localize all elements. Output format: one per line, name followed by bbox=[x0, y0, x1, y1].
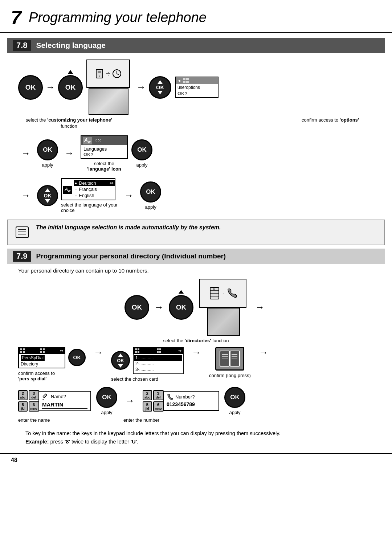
section-78-row1: OK → OK ÷ bbox=[18, 60, 374, 115]
step-ok2-group: OK bbox=[58, 75, 83, 100]
number-screen: Number? 0123456789 bbox=[163, 391, 219, 411]
section-79-title: Programming your personal directory (Ind… bbox=[36, 252, 226, 260]
svg-rect-36 bbox=[230, 351, 240, 366]
nav-ok-label: OK bbox=[156, 85, 164, 90]
name-label: Name? bbox=[51, 394, 66, 399]
svg-rect-44 bbox=[43, 394, 47, 398]
example-bold: Example: bbox=[25, 439, 49, 445]
phone-icon bbox=[94, 69, 105, 79]
pers-ok-button[interactable]: OK bbox=[68, 349, 86, 366]
key2-5jkl[interactable]: 5 jkl bbox=[143, 401, 152, 412]
svg-rect-28 bbox=[138, 348, 139, 350]
number-value: 0123456789 bbox=[167, 401, 216, 408]
step-ok1-group: OK bbox=[18, 75, 43, 100]
lang-caption-bold: 'language' icon bbox=[87, 166, 121, 172]
select-scroll: ⇔ bbox=[178, 348, 181, 353]
lang-screen-body: Languages OK? bbox=[81, 145, 127, 158]
useroptions-screen-top: ◄ bbox=[176, 77, 218, 84]
pers-screen-body: PersSpDial Directory bbox=[19, 354, 65, 368]
section-78-content: OK → OK ÷ bbox=[7, 60, 385, 213]
select-grid-icon-2 bbox=[157, 348, 162, 353]
caption-customizing: select the 'customizing your telephone' … bbox=[18, 116, 120, 129]
select-nav-ok[interactable]: OK bbox=[111, 351, 130, 370]
svg-rect-24 bbox=[43, 348, 45, 350]
key-3def[interactable]: 3 def bbox=[29, 390, 39, 400]
svg-rect-30 bbox=[138, 351, 139, 353]
select-tri-down bbox=[118, 364, 123, 368]
row79-ok1-button[interactable]: OK bbox=[124, 295, 149, 320]
row2-ok1-button[interactable]: OK bbox=[37, 139, 58, 160]
section-79-header: 7.9 Programming your personal directory … bbox=[7, 249, 385, 264]
useroptions-ok-label: OK? bbox=[177, 91, 216, 96]
select-tri-up bbox=[118, 353, 123, 357]
key2-2abc[interactable]: 2 abc bbox=[143, 390, 152, 400]
lang-choice-screen: Aα ● Deutsch ⇔ ○ Français ○ bbox=[61, 178, 118, 213]
nav-ok-button[interactable]: OK bbox=[149, 76, 171, 99]
divider-symbol: ÷ bbox=[106, 69, 110, 78]
row3-nav-ok[interactable]: OK bbox=[37, 185, 58, 206]
arrow-2: → bbox=[136, 82, 146, 93]
phone-small-icon bbox=[167, 393, 173, 400]
bullet-open-1: ○ bbox=[75, 187, 77, 191]
dir-icons-container: · bbox=[199, 279, 246, 336]
row3-tri-down bbox=[45, 199, 50, 203]
row3-apply: apply bbox=[145, 204, 156, 210]
pers-sp-dial-label: 'pers sp dial' bbox=[18, 376, 46, 381]
row3-ok2-button[interactable]: OK bbox=[224, 387, 245, 408]
pers-dial-label: PersSpDial bbox=[21, 355, 45, 361]
tri-up bbox=[158, 80, 163, 84]
ok-button-1[interactable]: OK bbox=[18, 75, 43, 100]
pers-screen-ok-row: ⇔ PersSpDial Directory OK bbox=[18, 347, 86, 368]
caption-enter-name: enter the name bbox=[18, 417, 94, 423]
scroll-indicator: ⇔ bbox=[110, 180, 114, 186]
row2-ok2-group: OK apply bbox=[131, 139, 152, 168]
tri-down bbox=[158, 91, 163, 94]
ok-button-2[interactable]: OK bbox=[58, 75, 83, 100]
select-ok-label: OK bbox=[117, 358, 124, 363]
svg-rect-9 bbox=[186, 81, 189, 83]
row1-captions: select the 'customizing your telephone' … bbox=[18, 116, 374, 129]
pencil-icon bbox=[42, 393, 49, 400]
section-78-title: Selecting language bbox=[36, 41, 106, 50]
arrow-79-1: → bbox=[154, 302, 164, 313]
lang-screen-group: Aα ⁙⁙ Languages OK? select the 'language… bbox=[81, 135, 128, 172]
svg-rect-32 bbox=[159, 348, 161, 350]
select-caption: select the chosen card bbox=[111, 376, 158, 382]
svg-rect-27 bbox=[135, 348, 137, 350]
key-6mno[interactable]: 6 mno bbox=[29, 401, 39, 412]
svg-rect-8 bbox=[183, 81, 185, 83]
svg-rect-19 bbox=[20, 348, 22, 350]
lang-screen-ok: OK? bbox=[83, 152, 125, 157]
open-book-icon bbox=[219, 349, 240, 368]
section-79-intro: Your personal directory can contain up t… bbox=[18, 267, 374, 274]
bottom-text-1: To key in the name: the keys in the keyp… bbox=[25, 429, 367, 438]
section-79-row2: ⇔ PersSpDial Directory OK confirm access… bbox=[18, 347, 374, 382]
dir-bold: 'directories' bbox=[185, 338, 211, 343]
section-79-number: 7.9 bbox=[13, 251, 31, 262]
row3-ok-button[interactable]: OK bbox=[140, 181, 161, 203]
row3-left-group: OK Aα ● Deutsch ⇔ ○ F bbox=[37, 178, 118, 213]
page-number: 48 bbox=[0, 453, 392, 466]
svg-rect-20 bbox=[23, 348, 25, 350]
key-5jkl[interactable]: 5 jkl bbox=[18, 401, 28, 412]
section-78-number: 7.8 bbox=[13, 40, 31, 51]
grid-icon bbox=[183, 78, 189, 83]
page-header: 7 Programming your telephone bbox=[0, 0, 392, 33]
chapter-title: Programming your telephone bbox=[29, 10, 207, 25]
svg-rect-31 bbox=[157, 348, 159, 350]
options-bold: 'options' bbox=[340, 117, 359, 123]
arrow-79-2: → bbox=[255, 302, 265, 313]
row3-ok1-button[interactable]: OK bbox=[96, 387, 117, 408]
key2-6mno[interactable]: 6 mno bbox=[153, 401, 164, 412]
arrow-3: → bbox=[21, 148, 30, 159]
row79-ok1-group: OK bbox=[124, 295, 149, 320]
key2-3def[interactable]: 3 def bbox=[153, 390, 164, 400]
lang-choice-caption: select the language of your choice bbox=[61, 202, 118, 213]
key-2abc[interactable]: 2 abc bbox=[18, 390, 28, 400]
scroll-arrows: ⇔ bbox=[60, 348, 63, 353]
svg-rect-1 bbox=[98, 71, 101, 73]
select-grid-icon bbox=[135, 348, 140, 353]
row79-ok2-button[interactable]: OK bbox=[169, 295, 193, 320]
nav-ok-group: OK bbox=[149, 76, 171, 99]
row2-ok2-button[interactable]: OK bbox=[131, 139, 152, 160]
